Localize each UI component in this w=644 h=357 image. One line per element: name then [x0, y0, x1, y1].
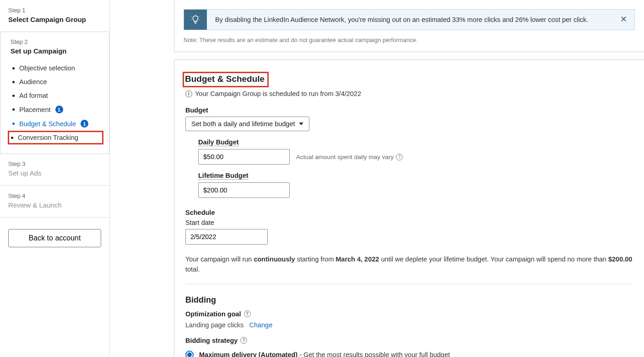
substep-conversion-tracking[interactable]: Conversion Tracking — [8, 131, 103, 144]
run-prefix: Your campaign will run — [185, 256, 254, 263]
run-bold1: continuously — [254, 256, 295, 263]
start-date-input[interactable] — [185, 229, 268, 245]
schedule-info-text: Your Campaign Group is scheduled to run … — [195, 90, 361, 97]
step3-title: Set up Ads — [8, 169, 101, 177]
lifetime-budget-input[interactable] — [198, 182, 290, 198]
run-mid2: until we deplete your lifetime budget. Y… — [379, 256, 608, 263]
bullet-icon — [12, 67, 15, 69]
run-suffix: total. — [185, 266, 200, 273]
substep-placement[interactable]: Placement 1 — [11, 102, 101, 117]
substep-label: Placement — [19, 106, 51, 113]
close-alert-button[interactable]: ✕ — [617, 12, 631, 26]
schedule-label: Schedule — [185, 209, 633, 216]
svg-line-2 — [199, 16, 199, 17]
step1-label: Step 1 — [8, 7, 101, 14]
daily-budget-hint: Actual amount spent daily may vary ? — [296, 154, 403, 160]
step2-substeps: Objective selection Audience Ad format P… — [11, 61, 101, 144]
bullet-icon — [12, 81, 15, 83]
alert-text: By disabling the LinkedIn Audience Netwo… — [207, 10, 634, 30]
back-to-account-button[interactable]: Back to account — [8, 229, 101, 247]
radio-desc: - Get the most results possible with you… — [298, 351, 450, 357]
step4-block[interactable]: Step 4 Review & Launch — [0, 186, 109, 218]
budget-field-group: Budget Set both a daily and lifetime bud… — [185, 107, 633, 198]
help-icon[interactable]: ? — [244, 310, 251, 317]
bullet-icon — [12, 95, 15, 97]
run-bold2: March 4, 2022 — [336, 256, 379, 263]
bidding-heading: Bidding — [185, 295, 633, 305]
substep-audience[interactable]: Audience — [11, 75, 101, 89]
substep-budget-schedule[interactable]: Budget & Schedule 1 — [11, 117, 101, 131]
daily-budget-input[interactable] — [198, 149, 290, 165]
optimization-goal-label-row: Optimization goal ? — [185, 310, 251, 318]
run-mid1: starting from — [295, 256, 336, 263]
bullet-icon — [12, 123, 15, 125]
select-value: Set both a daily and lifetime budget — [191, 120, 295, 128]
sidebar: Step 1 Select Campaign Group Step 2 Set … — [0, 0, 110, 357]
step4-title: Review & Launch — [8, 201, 101, 209]
substep-objective-selection[interactable]: Objective selection — [11, 61, 101, 75]
step2-label: Step 2 — [11, 38, 101, 45]
help-icon[interactable]: ? — [240, 337, 247, 344]
substep-ad-format[interactable]: Ad format — [11, 89, 101, 102]
radio-label: Maximum delivery (Automated) — [199, 351, 298, 357]
start-date-label: Start date — [185, 219, 633, 226]
substep-label: Objective selection — [19, 64, 75, 72]
optimization-goal-value: Landing page clicks — [185, 321, 244, 329]
daily-hint-text: Actual amount spent daily may vary — [296, 154, 394, 160]
svg-line-1 — [192, 16, 192, 17]
step2-block: Step 2 Set up Campaign Objective selecti… — [0, 32, 109, 154]
alert-card: By disabling the LinkedIn Audience Netwo… — [174, 0, 644, 52]
close-icon: ✕ — [620, 15, 627, 24]
budget-label: Budget — [185, 107, 633, 114]
budget-schedule-section: Budget & Schedule i Your Campaign Group … — [174, 59, 644, 357]
bullet-icon — [11, 137, 13, 139]
optimization-goal-label: Optimization goal — [185, 310, 241, 318]
chevron-down-icon — [299, 123, 303, 125]
run-bold3: $200.00 — [608, 256, 632, 263]
step3-block[interactable]: Step 3 Set up Ads — [0, 154, 109, 186]
change-optimization-link[interactable]: Change — [249, 321, 272, 329]
radio-icon — [185, 351, 194, 357]
optimization-goal-row: Landing page clicks Change — [185, 321, 633, 329]
divider — [185, 284, 633, 284]
step3-label: Step 3 — [8, 160, 101, 167]
info-icon: i — [185, 91, 192, 97]
budget-type-select[interactable]: Set both a daily and lifetime budget — [185, 117, 309, 131]
lifetime-budget-group: Lifetime Budget — [198, 172, 633, 198]
count-badge: 1 — [55, 106, 63, 113]
substep-label: Budget & Schedule — [19, 120, 76, 128]
step1-block[interactable]: Step 1 Select Campaign Group — [0, 0, 109, 32]
schedule-info-line: i Your Campaign Group is scheduled to ru… — [185, 90, 633, 97]
step2-title: Set up Campaign — [11, 47, 101, 55]
campaign-summary-text: Your campaign will run continuously star… — [185, 255, 633, 275]
bidding-strategy-label-row: Bidding strategy ? — [185, 337, 247, 344]
step4-label: Step 4 — [8, 192, 101, 199]
schedule-field-group: Schedule Start date — [185, 209, 633, 245]
substep-label: Audience — [19, 78, 47, 85]
bullet-icon — [12, 108, 15, 111]
main-content: By disabling the LinkedIn Audience Netwo… — [110, 0, 644, 357]
bidding-strategy-label: Bidding strategy — [185, 337, 238, 344]
substep-label: Ad format — [19, 92, 48, 99]
lifetime-budget-label: Lifetime Budget — [198, 172, 249, 180]
daily-budget-group: Daily Budget Actual amount spent daily m… — [198, 139, 633, 165]
lightbulb-icon — [184, 10, 207, 30]
substep-label: Conversion Tracking — [18, 134, 78, 141]
radio-max-delivery[interactable]: Maximum delivery (Automated) - Get the m… — [185, 351, 633, 357]
step1-title: Select Campaign Group — [8, 16, 101, 23]
count-badge: 1 — [81, 120, 88, 128]
budget-schedule-heading: Budget & Schedule — [185, 74, 265, 84]
help-icon[interactable]: ? — [396, 154, 403, 160]
daily-budget-label: Daily Budget — [198, 139, 239, 146]
alert-note: Note: These results are an estimate and … — [184, 37, 635, 43]
audience-network-alert: By disabling the LinkedIn Audience Netwo… — [184, 9, 635, 30]
section-heading-highlight: Budget & Schedule — [183, 72, 269, 87]
